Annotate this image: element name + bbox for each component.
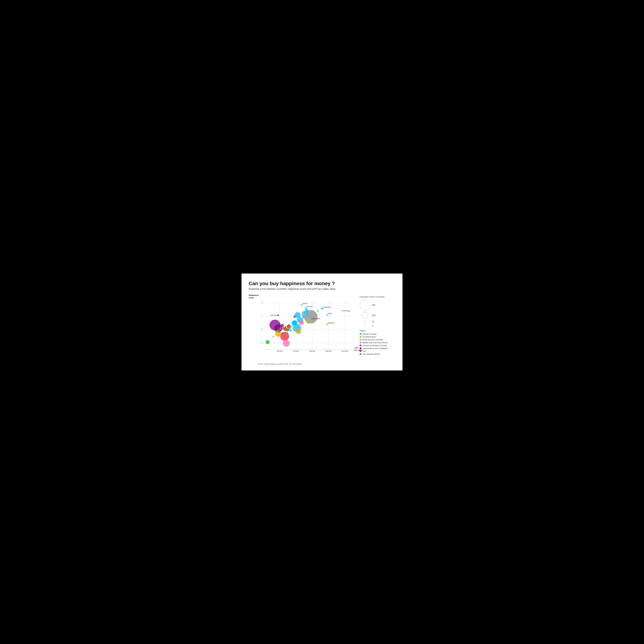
size-legend-item: 10 (360, 320, 395, 323)
region-legend-item: Latin America and Caribbean (360, 347, 395, 349)
region-dot (360, 339, 361, 341)
bubble[interactable] (291, 325, 293, 327)
size-circle-svg (360, 299, 370, 311)
region-label: Middle East and North Africa (362, 341, 387, 344)
bubble-label: Switzerland (323, 306, 330, 308)
bubble[interactable] (265, 340, 270, 344)
bubble[interactable] (288, 324, 290, 326)
bubble[interactable] (299, 324, 300, 325)
bubble[interactable] (300, 321, 304, 325)
size-circle-svg (364, 325, 366, 326)
bubble[interactable] (273, 336, 274, 337)
region-label: Latin America and Caribbean (362, 347, 388, 349)
bubble-label: Singapore (328, 322, 334, 324)
size-legend-item: 1 (360, 324, 395, 327)
chart-svg: 5678$20'000$40'000$60'000$80'000$100'000… (258, 296, 356, 355)
bubble[interactable] (293, 315, 296, 318)
bubble[interactable] (296, 312, 298, 313)
bubble[interactable] (283, 340, 290, 347)
svg-text:$100'000: $100'000 (341, 350, 348, 352)
bubble[interactable] (296, 329, 301, 334)
region-label: Southeast Asia (362, 336, 375, 338)
bubble[interactable] (300, 327, 302, 329)
bubble[interactable] (278, 331, 280, 333)
region-label: Sub-Saharan Africa (362, 353, 379, 355)
svg-text:$40'000: $40'000 (293, 350, 299, 352)
chart-title: Can you buy happiness for money ? (249, 281, 395, 286)
bubble[interactable] (285, 326, 286, 328)
chart-area: Happiness score 5678$20'000$40'000$60'00… (249, 294, 395, 365)
bubble[interactable] (306, 320, 310, 323)
region-legend-item: Western Europe (360, 333, 395, 335)
size-label: 100 (372, 314, 375, 317)
region-label: CIS (362, 350, 366, 352)
legend-panel: Populaton (million of people) 330 100 10… (360, 294, 395, 365)
svg-text:$80'000: $80'000 (326, 350, 331, 352)
size-circle-container (360, 312, 370, 319)
bubble[interactable] (302, 316, 305, 319)
region-dot (360, 333, 361, 335)
size-legend-item: 100 (360, 312, 395, 319)
bubble[interactable] (310, 308, 311, 309)
svg-text:5: 5 (262, 342, 263, 344)
region-legend-title: Region (360, 330, 395, 332)
region-legend-item: Southeast Asia (360, 336, 395, 338)
size-label: 330 (372, 304, 375, 306)
region-legend: Region Western EuropeSoutheast AsiaNorth… (360, 330, 395, 355)
size-circle-svg (361, 312, 369, 319)
svg-text:per capita: per capita (355, 349, 362, 351)
bubble-label: Costa Rica (270, 314, 277, 316)
bubble[interactable] (317, 310, 319, 312)
region-legend-item: CIS (360, 350, 395, 352)
population-legend-title: Populaton (million of people) (360, 296, 395, 298)
bubble[interactable] (281, 332, 283, 334)
region-legend-item: North America and ANZ (360, 339, 395, 341)
bubble[interactable] (281, 324, 284, 327)
bubble-label: Denmark (306, 306, 313, 307)
size-circle (360, 300, 370, 310)
bubble[interactable] (280, 328, 281, 329)
region-dot (360, 345, 361, 346)
plot-wrapper: Happiness score 5678$20'000$40'000$60'00… (249, 294, 356, 365)
bubble[interactable] (287, 328, 288, 330)
bubble[interactable] (298, 313, 300, 315)
region-legend-item: Central and Eastern Europe (360, 344, 395, 347)
plot-inner: 5678$20'000$40'000$60'000$80'000$100'000… (258, 296, 356, 356)
bubble[interactable] (279, 323, 280, 324)
size-label: 10 (372, 320, 374, 323)
size-legend-item: 330 (360, 299, 395, 311)
svg-text:8: 8 (262, 302, 263, 304)
region-dot (360, 342, 361, 343)
size-circle (364, 325, 365, 326)
size-circle (364, 320, 366, 323)
bubble[interactable] (304, 311, 306, 314)
size-label: 1 (372, 324, 373, 327)
region-legend-item: Middle East and North Africa (360, 341, 395, 344)
svg-text:GDP: GDP (355, 347, 358, 349)
size-legend: 330 100 10 1 (360, 299, 395, 327)
svg-text:$60'000: $60'000 (309, 350, 315, 352)
bubble-label: United States (311, 318, 320, 319)
region-label: North America and ANZ (362, 339, 383, 341)
bubble[interactable] (306, 310, 309, 313)
region-legend-item: Sub-Saharan Africa (360, 353, 395, 355)
size-circle-container (360, 320, 370, 323)
region-label: Western Europe (362, 333, 377, 335)
svg-text:7: 7 (262, 315, 263, 317)
y-axis-label: Happiness score (249, 294, 259, 299)
source-text: Source: World Happiness Report 2021, The… (258, 363, 356, 365)
region-label: Central and Eastern Europe (362, 344, 387, 347)
svg-text:6: 6 (262, 328, 263, 330)
bubble[interactable] (289, 329, 292, 331)
bubble-label: Finland (302, 303, 307, 304)
size-circle-container (360, 325, 370, 326)
chart-subtitle: Exploring a link between countries' happ… (249, 287, 395, 290)
region-dot (360, 347, 361, 349)
bubble[interactable] (286, 332, 288, 334)
region-dot (360, 353, 361, 355)
bubble-label: Ireland (328, 313, 332, 314)
bubble-label: Luxembourg (341, 310, 350, 312)
bubble[interactable] (292, 320, 297, 326)
bubble[interactable] (277, 314, 279, 316)
region-dot (360, 336, 361, 338)
